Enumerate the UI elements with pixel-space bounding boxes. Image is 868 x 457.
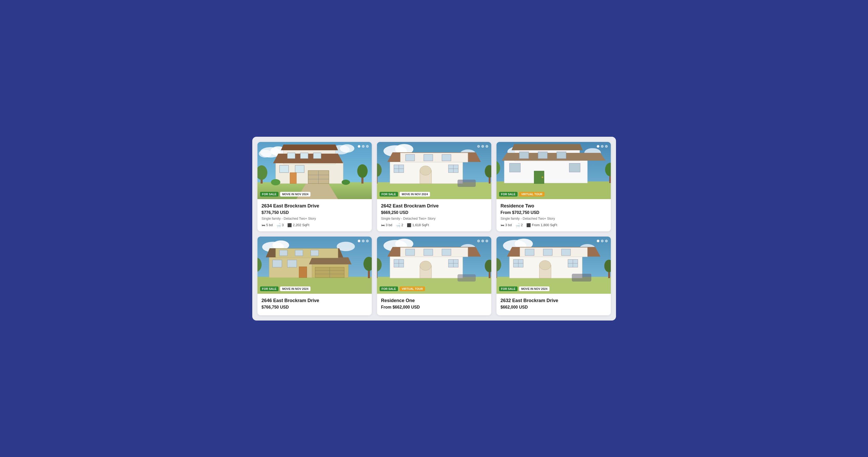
card-title-6: 2632 East Brockram Drive (501, 298, 607, 303)
svg-rect-114 (442, 249, 451, 256)
card-info-6: 2632 East Brockram Drive $662,000 USD (496, 294, 611, 315)
badge-move-in-2: MOVE IN NOV 2024 (400, 192, 430, 197)
card-specs-2: 🛏 3 bd 🛁 2 ⬛ 1,618 SqFt (381, 223, 487, 227)
card-title-1: 2634 East Brockram Drive (261, 203, 368, 209)
sqft-icon-2: ⬛ (407, 223, 411, 227)
card-specs-1: 🛏 5 bd 🛁 3 ⬛ 2,202 SqFt (261, 223, 368, 227)
dot-2-1[interactable] (477, 145, 480, 148)
svg-point-36 (420, 166, 431, 175)
image-dots-4 (358, 240, 369, 242)
card-title-5: Residence One (381, 298, 487, 303)
card-image-5[interactable]: FOR SALE VIRTUAL TOUR (377, 236, 491, 294)
badge-virtual-tour-5: VIRTUAL TOUR (400, 286, 425, 291)
sqft-value-2: 1,618 SqFt (412, 223, 429, 227)
svg-rect-63 (509, 163, 520, 172)
svg-point-3 (259, 150, 272, 158)
card-image-3[interactable]: FOR SALE VIRTUAL TOUR (496, 142, 611, 199)
card-image-2[interactable]: FOR SALE MOVE IN NOV 2024 (377, 142, 491, 199)
dot-2-3[interactable] (486, 145, 488, 148)
dot-5-1[interactable] (477, 240, 480, 242)
card-image-1[interactable]: FOR SALE MOVE IN NOV 2024 (257, 142, 372, 199)
bed-icon-3: 🛏 (501, 223, 504, 227)
baths-value-1: 3 (282, 223, 284, 227)
card-price-4: $766,750 USD (261, 305, 368, 310)
card-image-6[interactable]: FOR SALE MOVE IN NOV 2024 (496, 236, 611, 294)
image-dots-2 (477, 145, 488, 148)
svg-marker-11 (281, 145, 338, 150)
sqft-value-3: From 1,800 SqFt (532, 223, 557, 227)
svg-rect-64 (569, 163, 580, 172)
svg-rect-137 (543, 249, 552, 256)
sqft-value-1: 2,202 SqFt (293, 223, 309, 227)
image-dots-3 (597, 145, 608, 148)
svg-rect-143 (572, 274, 591, 282)
svg-rect-138 (561, 249, 570, 256)
image-badges-1: FOR SALE MOVE IN NOV 2024 (260, 192, 311, 197)
image-dots-5 (477, 240, 488, 242)
property-card-3[interactable]: FOR SALE VIRTUAL TOUR Residence Two From… (496, 142, 611, 231)
dot-6-1[interactable] (597, 240, 599, 242)
card-type-3: Single family - Detached Two+ Story (501, 217, 607, 221)
spec-sqft-3: ⬛ From 1,800 SqFt (526, 223, 557, 227)
beds-value-2: 3 bd (386, 223, 392, 227)
spec-baths-3: 🛁 2 (516, 223, 523, 227)
card-image-4[interactable]: FOR SALE MOVE IN NOV 2024 (257, 236, 372, 294)
card-price-3: From $702,750 USD (501, 210, 607, 215)
svg-rect-21 (290, 173, 297, 183)
svg-rect-19 (300, 153, 308, 159)
svg-rect-89 (280, 250, 287, 256)
dot-1-3[interactable] (366, 145, 369, 148)
dot-4-3[interactable] (366, 240, 369, 242)
svg-point-128 (539, 260, 551, 270)
dot-6-2[interactable] (601, 240, 603, 242)
beds-value-1: 5 bd (266, 223, 273, 227)
dot-1-1[interactable] (358, 145, 360, 148)
svg-rect-136 (525, 249, 534, 256)
badge-for-sale-5: FOR SALE (379, 286, 398, 291)
svg-rect-113 (424, 249, 433, 256)
card-type-2: Single family - Detached Two+ Story (381, 217, 487, 221)
dot-3-2[interactable] (601, 145, 603, 148)
svg-marker-59 (502, 153, 606, 161)
dot-3-3[interactable] (605, 145, 608, 148)
bed-icon-1: 🛏 (261, 223, 265, 227)
svg-point-104 (420, 261, 431, 270)
dot-2-2[interactable] (482, 145, 484, 148)
dot-4-1[interactable] (358, 240, 360, 242)
spec-baths-1: 🛁 3 (276, 223, 284, 227)
property-card-1[interactable]: FOR SALE MOVE IN NOV 2024 2634 East Broc… (257, 142, 372, 231)
card-price-1: $776,750 USD (261, 210, 368, 215)
dot-5-3[interactable] (486, 240, 488, 242)
svg-point-27 (342, 180, 350, 185)
card-type-1: Single family - Detached Two+ Story (261, 217, 368, 221)
bath-icon-3: 🛁 (516, 223, 520, 227)
property-card-6[interactable]: FOR SALE MOVE IN NOV 2024 2632 East Broc… (496, 236, 611, 315)
dot-1-2[interactable] (362, 145, 365, 148)
dot-4-2[interactable] (362, 240, 365, 242)
property-card-5[interactable]: FOR SALE VIRTUAL TOUR Residence One From… (377, 236, 491, 315)
image-badges-2: FOR SALE MOVE IN NOV 2024 (379, 192, 430, 197)
bath-icon-1: 🛁 (276, 223, 281, 227)
bath-icon-2: 🛁 (396, 223, 400, 227)
property-card-2[interactable]: FOR SALE MOVE IN NOV 2024 2642 East Broc… (377, 142, 491, 231)
badge-for-sale-3: FOR SALE (499, 192, 518, 197)
dot-5-2[interactable] (482, 240, 484, 242)
property-grid: FOR SALE MOVE IN NOV 2024 2634 East Broc… (252, 137, 616, 320)
sqft-icon-3: ⬛ (526, 223, 531, 227)
bed-icon-2: 🛏 (381, 223, 385, 227)
card-info-2: 2642 East Brockram Drive $669,250 USD Si… (377, 199, 491, 231)
dot-3-1[interactable] (597, 145, 599, 148)
badge-move-in-4: MOVE IN NOV 2024 (280, 286, 310, 291)
svg-rect-13 (295, 165, 304, 173)
property-card-4[interactable]: FOR SALE MOVE IN NOV 2024 2646 East Broc… (257, 236, 372, 315)
image-badges-6: FOR SALE MOVE IN NOV 2024 (499, 286, 550, 291)
image-dots-6 (597, 240, 608, 242)
svg-rect-67 (557, 152, 566, 159)
badge-virtual-tour-3: VIRTUAL TOUR (519, 192, 545, 197)
svg-rect-18 (287, 153, 295, 159)
image-dots-1 (358, 145, 369, 148)
card-price-5: From $662,000 USD (381, 305, 487, 310)
dot-6-3[interactable] (605, 240, 608, 242)
baths-value-3: 2 (521, 223, 523, 227)
card-info-4: 2646 East Brockram Drive $766,750 USD (257, 294, 372, 315)
